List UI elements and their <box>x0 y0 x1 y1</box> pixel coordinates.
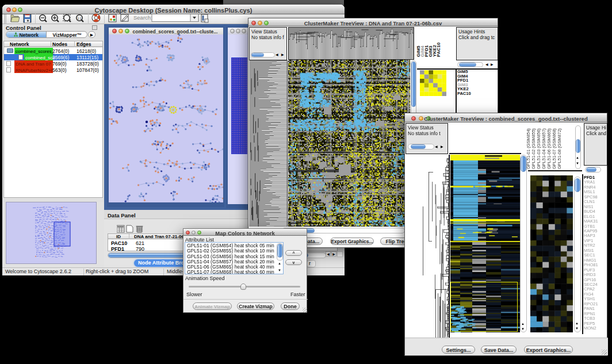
svg-text:Search:: Search: <box>133 14 152 21</box>
svg-text:1:1: 1:1 <box>78 17 82 20</box>
